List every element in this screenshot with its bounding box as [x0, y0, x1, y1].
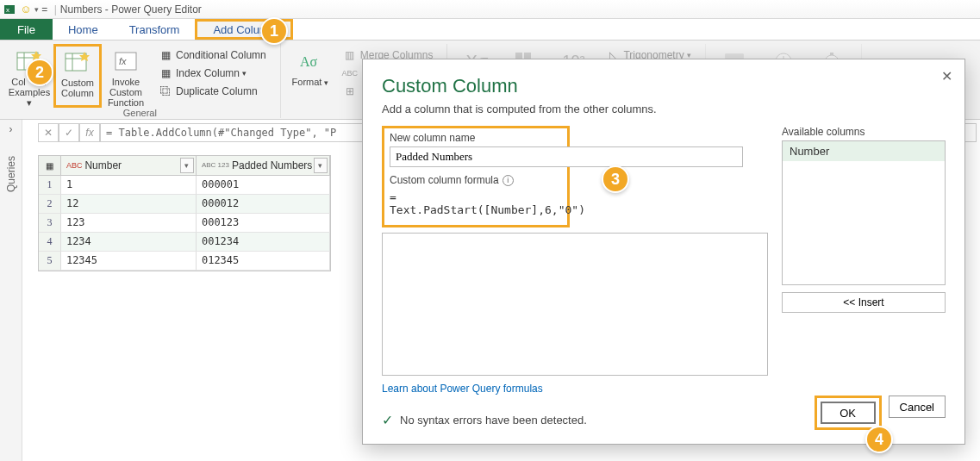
dialog-title: Custom Column	[382, 75, 946, 97]
type-icon: ABC 123	[202, 162, 229, 169]
cell-number: 12345	[61, 252, 197, 271]
row-index: 1	[39, 176, 61, 195]
menu-bar: File Home Transform Add Column	[0, 19, 980, 40]
conditional-icon: ▦	[159, 48, 172, 62]
available-column-item[interactable]: Number	[783, 141, 945, 161]
fx-label: fx	[79, 123, 100, 142]
format-icon: Aσ	[296, 47, 325, 75]
row-index: 5	[39, 252, 61, 271]
cell-padded: 000012	[197, 195, 330, 214]
queries-label[interactable]: Queries	[5, 156, 17, 192]
queries-sidebar: › Queries	[0, 120, 22, 461]
callout-3: 3	[602, 165, 629, 193]
table-row[interactable]: 41234001234	[39, 233, 330, 252]
custom-column-dialog: ✕ Custom Column Add a column that is com…	[362, 59, 965, 445]
row-index: 3	[39, 214, 61, 233]
chevron-down-icon: ▾	[321, 78, 328, 87]
duplicate-icon: ⿻	[159, 84, 172, 98]
cell-number: 123	[61, 214, 197, 233]
available-columns-list: Number	[782, 140, 946, 285]
svg-text:x: x	[6, 6, 9, 14]
format-button[interactable]: Aσ Format ▾	[286, 44, 334, 106]
tab-home[interactable]: Home	[53, 19, 114, 40]
chevron-down-icon: ▾	[242, 69, 247, 78]
close-icon[interactable]: ✕	[937, 66, 956, 85]
formula-textarea[interactable]	[382, 233, 768, 376]
excel-icon: x	[3, 3, 17, 16]
abc-icon: ABC	[343, 66, 357, 80]
callout-4: 4	[865, 426, 893, 453]
chevron-down-icon: ▾	[687, 51, 691, 59]
table-row[interactable]: 512345012345	[39, 252, 330, 271]
cell-number: 1234	[61, 233, 197, 252]
filter-dropdown-icon[interactable]: ▾	[314, 158, 328, 173]
conditional-column-button[interactable]: ▦Conditional Column	[153, 46, 272, 64]
data-table: ▦ ABC Number ▾ ABC 123 Padded Numbers ▾ …	[38, 155, 331, 271]
fx-icon: fx	[111, 47, 140, 75]
type-icon: ABC	[66, 161, 83, 170]
ok-button[interactable]: OK	[821, 402, 876, 424]
svg-text:fx: fx	[119, 56, 127, 66]
cancel-formula-icon[interactable]: ✕	[38, 123, 59, 142]
syntax-status-text: No syntax errors have been detected.	[400, 414, 587, 427]
expand-queries-icon[interactable]: ›	[0, 120, 22, 139]
group-label-general: General	[123, 108, 157, 120]
info-icon[interactable]: i	[502, 175, 514, 186]
tab-file[interactable]: File	[0, 19, 53, 40]
table-header: ▦ ABC Number ▾ ABC 123 Padded Numbers ▾	[39, 156, 330, 176]
insert-button[interactable]: << Insert	[782, 292, 946, 313]
cell-padded: 000123	[197, 214, 330, 233]
syntax-status: ✓ No syntax errors have been detected.	[382, 412, 587, 428]
row-header-corner[interactable]: ▦	[39, 156, 61, 176]
format-label: Format	[292, 77, 322, 87]
table-row[interactable]: 11000001	[39, 176, 330, 195]
title-bar: x ☺ ▾ = | Numbers - Power Query Editor	[0, 0, 980, 19]
new-column-name-label: New column name	[390, 132, 562, 144]
parse-icon: ⊞	[343, 84, 357, 98]
col-header-padded[interactable]: ABC 123 Padded Numbers ▾	[197, 156, 330, 176]
invoke-custom-function-label: Invoke CustomFunction	[103, 77, 148, 108]
cell-padded: 000001	[197, 176, 330, 195]
svg-rect-23	[830, 53, 833, 55]
dialog-subtitle: Add a column that is computed from the o…	[382, 103, 946, 115]
formula-preview: = Text.PadStart([Number],6,"0")	[390, 189, 562, 218]
col-header-number[interactable]: ABC Number ▾	[61, 156, 197, 176]
smiley-icon: ☺	[19, 3, 33, 16]
table-row[interactable]: 212000012	[39, 195, 330, 214]
row-index: 4	[39, 233, 61, 252]
duplicate-column-button[interactable]: ⿻Duplicate Column	[153, 82, 272, 100]
commit-formula-icon[interactable]: ✓	[59, 123, 79, 142]
merge-icon: ▥	[343, 48, 357, 62]
col-header-label: Padded Numbers	[232, 159, 312, 171]
callout-2: 2	[26, 59, 53, 86]
tab-transform[interactable]: Transform	[114, 19, 196, 40]
filter-dropdown-icon[interactable]: ▾	[180, 158, 194, 173]
index-icon: ▦	[159, 66, 172, 80]
cell-number: 12	[61, 195, 197, 214]
index-column-button[interactable]: ▦Index Column▾	[153, 64, 272, 82]
qat-separator: =	[39, 3, 51, 16]
available-columns-label: Available columns	[782, 126, 946, 138]
table-star-icon	[63, 48, 92, 76]
cell-number: 1	[61, 176, 197, 195]
title-separator: |	[51, 3, 60, 16]
col-header-label: Number	[84, 159, 122, 171]
cell-padded: 012345	[197, 252, 330, 271]
custom-column-button[interactable]: CustomColumn	[53, 44, 102, 108]
callout-1: 1	[260, 17, 288, 45]
invoke-custom-function-button[interactable]: fx Invoke CustomFunction	[102, 44, 150, 108]
check-icon: ✓	[382, 412, 393, 428]
window-title: Numbers - Power Query Editor	[60, 3, 202, 16]
custom-formula-label: Custom column formula i	[390, 174, 562, 186]
cancel-button[interactable]: Cancel	[889, 396, 946, 418]
row-index: 2	[39, 195, 61, 214]
custom-column-label: CustomColumn	[56, 78, 99, 98]
cell-padded: 001234	[197, 233, 330, 252]
learn-link[interactable]: Learn about Power Query formulas	[382, 383, 543, 395]
svg-text:Aσ: Aσ	[300, 54, 318, 69]
new-column-name-input[interactable]	[390, 146, 743, 167]
table-row[interactable]: 3123000123	[39, 214, 330, 233]
